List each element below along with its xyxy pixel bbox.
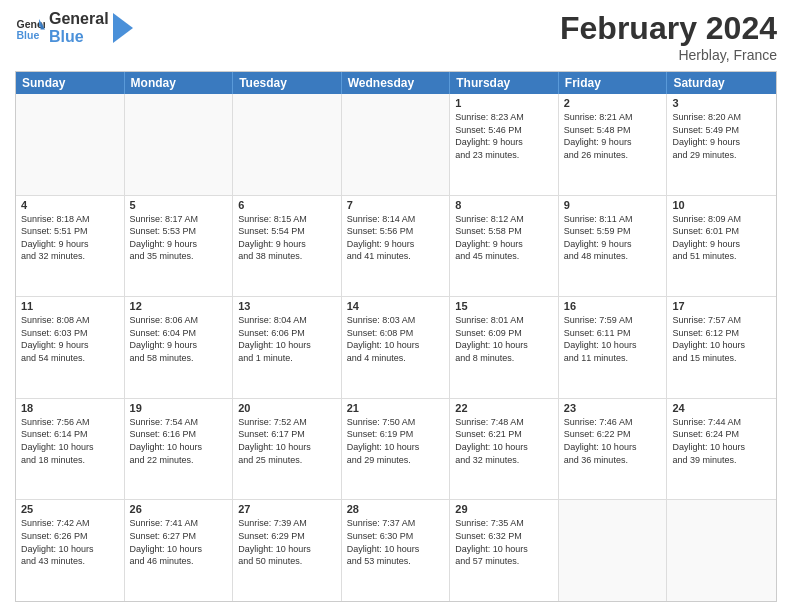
day-number: 16	[564, 300, 662, 312]
calendar-cell: 3Sunrise: 8:20 AM Sunset: 5:49 PM Daylig…	[667, 94, 776, 195]
calendar-cell: 12Sunrise: 8:06 AM Sunset: 6:04 PM Dayli…	[125, 297, 234, 398]
day-info: Sunrise: 8:20 AM Sunset: 5:49 PM Dayligh…	[672, 111, 771, 161]
calendar-cell: 29Sunrise: 7:35 AM Sunset: 6:32 PM Dayli…	[450, 500, 559, 601]
subtitle: Herblay, France	[560, 47, 777, 63]
logo-triangle-icon	[113, 13, 133, 43]
day-number: 13	[238, 300, 336, 312]
calendar-cell: 21Sunrise: 7:50 AM Sunset: 6:19 PM Dayli…	[342, 399, 451, 500]
day-number: 20	[238, 402, 336, 414]
day-number: 5	[130, 199, 228, 211]
day-number: 3	[672, 97, 771, 109]
calendar-cell: 20Sunrise: 7:52 AM Sunset: 6:17 PM Dayli…	[233, 399, 342, 500]
main-title: February 2024	[560, 10, 777, 47]
day-info: Sunrise: 7:44 AM Sunset: 6:24 PM Dayligh…	[672, 416, 771, 466]
day-number: 28	[347, 503, 445, 515]
logo-general-text: General	[49, 10, 109, 28]
day-number: 21	[347, 402, 445, 414]
day-number: 2	[564, 97, 662, 109]
calendar-cell: 18Sunrise: 7:56 AM Sunset: 6:14 PM Dayli…	[16, 399, 125, 500]
calendar-cell	[233, 94, 342, 195]
day-info: Sunrise: 8:11 AM Sunset: 5:59 PM Dayligh…	[564, 213, 662, 263]
day-info: Sunrise: 7:39 AM Sunset: 6:29 PM Dayligh…	[238, 517, 336, 567]
calendar-cell: 15Sunrise: 8:01 AM Sunset: 6:09 PM Dayli…	[450, 297, 559, 398]
day-number: 17	[672, 300, 771, 312]
calendar-cell: 2Sunrise: 8:21 AM Sunset: 5:48 PM Daylig…	[559, 94, 668, 195]
day-number: 14	[347, 300, 445, 312]
day-info: Sunrise: 8:08 AM Sunset: 6:03 PM Dayligh…	[21, 314, 119, 364]
calendar-cell: 16Sunrise: 7:59 AM Sunset: 6:11 PM Dayli…	[559, 297, 668, 398]
calendar-cell	[342, 94, 451, 195]
calendar-row: 25Sunrise: 7:42 AM Sunset: 6:26 PM Dayli…	[16, 499, 776, 601]
calendar-cell	[667, 500, 776, 601]
calendar-row: 4Sunrise: 8:18 AM Sunset: 5:51 PM Daylig…	[16, 195, 776, 297]
calendar-cell: 23Sunrise: 7:46 AM Sunset: 6:22 PM Dayli…	[559, 399, 668, 500]
calendar-cell: 7Sunrise: 8:14 AM Sunset: 5:56 PM Daylig…	[342, 196, 451, 297]
day-info: Sunrise: 8:09 AM Sunset: 6:01 PM Dayligh…	[672, 213, 771, 263]
cal-header-day: Wednesday	[342, 72, 451, 94]
svg-marker-4	[113, 13, 133, 43]
day-info: Sunrise: 7:57 AM Sunset: 6:12 PM Dayligh…	[672, 314, 771, 364]
calendar-cell: 28Sunrise: 7:37 AM Sunset: 6:30 PM Dayli…	[342, 500, 451, 601]
day-number: 6	[238, 199, 336, 211]
day-info: Sunrise: 7:37 AM Sunset: 6:30 PM Dayligh…	[347, 517, 445, 567]
cal-header-day: Thursday	[450, 72, 559, 94]
day-number: 29	[455, 503, 553, 515]
day-number: 27	[238, 503, 336, 515]
day-info: Sunrise: 8:03 AM Sunset: 6:08 PM Dayligh…	[347, 314, 445, 364]
calendar-row: 11Sunrise: 8:08 AM Sunset: 6:03 PM Dayli…	[16, 296, 776, 398]
day-info: Sunrise: 7:46 AM Sunset: 6:22 PM Dayligh…	[564, 416, 662, 466]
calendar-header: SundayMondayTuesdayWednesdayThursdayFrid…	[16, 72, 776, 94]
cal-header-day: Friday	[559, 72, 668, 94]
day-number: 24	[672, 402, 771, 414]
calendar-cell	[559, 500, 668, 601]
day-info: Sunrise: 8:01 AM Sunset: 6:09 PM Dayligh…	[455, 314, 553, 364]
day-info: Sunrise: 7:52 AM Sunset: 6:17 PM Dayligh…	[238, 416, 336, 466]
calendar-cell: 14Sunrise: 8:03 AM Sunset: 6:08 PM Dayli…	[342, 297, 451, 398]
logo: General Blue General Blue	[15, 10, 133, 45]
cal-header-day: Tuesday	[233, 72, 342, 94]
calendar-row: 1Sunrise: 8:23 AM Sunset: 5:46 PM Daylig…	[16, 94, 776, 195]
day-info: Sunrise: 7:48 AM Sunset: 6:21 PM Dayligh…	[455, 416, 553, 466]
day-number: 10	[672, 199, 771, 211]
calendar-cell: 6Sunrise: 8:15 AM Sunset: 5:54 PM Daylig…	[233, 196, 342, 297]
calendar-cell: 25Sunrise: 7:42 AM Sunset: 6:26 PM Dayli…	[16, 500, 125, 601]
title-block: February 2024 Herblay, France	[560, 10, 777, 63]
calendar-cell: 19Sunrise: 7:54 AM Sunset: 6:16 PM Dayli…	[125, 399, 234, 500]
calendar-cell: 22Sunrise: 7:48 AM Sunset: 6:21 PM Dayli…	[450, 399, 559, 500]
calendar-row: 18Sunrise: 7:56 AM Sunset: 6:14 PM Dayli…	[16, 398, 776, 500]
day-info: Sunrise: 8:21 AM Sunset: 5:48 PM Dayligh…	[564, 111, 662, 161]
day-info: Sunrise: 8:15 AM Sunset: 5:54 PM Dayligh…	[238, 213, 336, 263]
day-number: 8	[455, 199, 553, 211]
day-info: Sunrise: 7:50 AM Sunset: 6:19 PM Dayligh…	[347, 416, 445, 466]
calendar-cell: 17Sunrise: 7:57 AM Sunset: 6:12 PM Dayli…	[667, 297, 776, 398]
day-number: 25	[21, 503, 119, 515]
day-number: 1	[455, 97, 553, 109]
calendar-cell: 10Sunrise: 8:09 AM Sunset: 6:01 PM Dayli…	[667, 196, 776, 297]
header: General Blue General Blue February 2024 …	[15, 10, 777, 63]
day-info: Sunrise: 8:06 AM Sunset: 6:04 PM Dayligh…	[130, 314, 228, 364]
day-info: Sunrise: 8:12 AM Sunset: 5:58 PM Dayligh…	[455, 213, 553, 263]
day-info: Sunrise: 7:41 AM Sunset: 6:27 PM Dayligh…	[130, 517, 228, 567]
calendar-cell: 5Sunrise: 8:17 AM Sunset: 5:53 PM Daylig…	[125, 196, 234, 297]
cal-header-day: Monday	[125, 72, 234, 94]
cal-header-day: Sunday	[16, 72, 125, 94]
day-number: 11	[21, 300, 119, 312]
calendar-cell: 26Sunrise: 7:41 AM Sunset: 6:27 PM Dayli…	[125, 500, 234, 601]
calendar-cell	[16, 94, 125, 195]
day-number: 12	[130, 300, 228, 312]
calendar-cell: 11Sunrise: 8:08 AM Sunset: 6:03 PM Dayli…	[16, 297, 125, 398]
day-number: 15	[455, 300, 553, 312]
calendar-cell: 4Sunrise: 8:18 AM Sunset: 5:51 PM Daylig…	[16, 196, 125, 297]
day-number: 19	[130, 402, 228, 414]
day-number: 26	[130, 503, 228, 515]
day-info: Sunrise: 8:18 AM Sunset: 5:51 PM Dayligh…	[21, 213, 119, 263]
calendar-cell	[125, 94, 234, 195]
page: General Blue General Blue February 2024 …	[0, 0, 792, 612]
calendar-cell: 9Sunrise: 8:11 AM Sunset: 5:59 PM Daylig…	[559, 196, 668, 297]
calendar-cell: 1Sunrise: 8:23 AM Sunset: 5:46 PM Daylig…	[450, 94, 559, 195]
day-info: Sunrise: 7:56 AM Sunset: 6:14 PM Dayligh…	[21, 416, 119, 466]
logo-blue-text: Blue	[49, 28, 109, 46]
day-info: Sunrise: 7:42 AM Sunset: 6:26 PM Dayligh…	[21, 517, 119, 567]
calendar-body: 1Sunrise: 8:23 AM Sunset: 5:46 PM Daylig…	[16, 94, 776, 601]
calendar-cell: 13Sunrise: 8:04 AM Sunset: 6:06 PM Dayli…	[233, 297, 342, 398]
